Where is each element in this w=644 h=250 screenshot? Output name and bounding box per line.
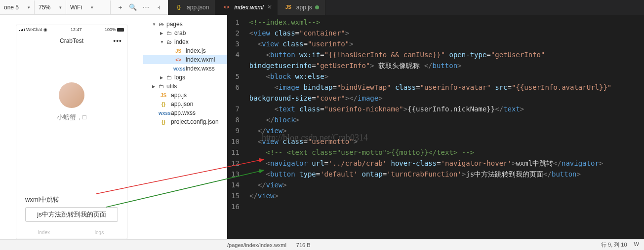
clock-label: 12:47 bbox=[71, 27, 82, 32]
tree-item-label: index.wxss bbox=[186, 65, 215, 72]
wxss-icon: wxss bbox=[159, 110, 168, 116]
status-size: 716 B bbox=[296, 242, 311, 248]
app-title-bar: CrabTest ••• bbox=[16, 34, 127, 48]
carrier-label: WeChat bbox=[26, 27, 42, 32]
tree-item-crab[interactable]: ▶🗀crab bbox=[143, 29, 227, 37]
tree-item-label: crab bbox=[174, 30, 186, 36]
tree-item-index-wxss[interactable]: wxssindex.wxss bbox=[143, 64, 227, 73]
tree-item-label: app.json bbox=[171, 101, 193, 107]
tree-item-label: app.js bbox=[171, 92, 187, 99]
tab-app-js[interactable]: JS app.js bbox=[278, 0, 325, 15]
toolbar: one 5▾ 75%▾ WiFi▾ ＋ 🔍 ⋯ ⫞ {} app.json <>… bbox=[0, 0, 644, 15]
code-content[interactable]: <!--index.wxml--> <view class="container… bbox=[245, 15, 615, 239]
status-bar: /pages/index/index.wxml 716 B 行 9, 列 10 … bbox=[0, 239, 644, 250]
phone-body: 小螃蟹，□ wxml中跳转 js中方法跳转到我的页面 bbox=[16, 48, 127, 226]
modified-dot-icon bbox=[315, 5, 319, 9]
file-toolbar: ＋ 🔍 ⋯ ⫞ bbox=[111, 1, 168, 14]
tab-index-wxml[interactable]: <> index.wxml ✕ bbox=[215, 0, 277, 15]
folder-icon: 🗀 bbox=[159, 83, 164, 89]
avatar[interactable] bbox=[59, 82, 84, 108]
js-navigate-button[interactable]: js中方法跳转到我的页面 bbox=[25, 207, 118, 222]
json-icon: {} bbox=[159, 119, 168, 125]
tab-label: app.json bbox=[187, 4, 209, 11]
code-editor[interactable]: 12345678910111213141516 <!--index.wxml--… bbox=[227, 15, 644, 239]
tree-item-app-wxss[interactable]: wxssapp.wxss bbox=[143, 108, 227, 117]
tree-item-project-config-json[interactable]: {}project.config.json bbox=[143, 117, 227, 126]
folder-pages[interactable]: ▼🗁pages bbox=[143, 20, 227, 29]
search-icon[interactable]: 🔍 bbox=[126, 1, 139, 14]
js-icon: JS bbox=[159, 93, 168, 98]
tab-label: app.js bbox=[296, 4, 312, 11]
tree-item-index-wxml[interactable]: <>index.wxml bbox=[143, 55, 227, 64]
tab-app-json[interactable]: {} app.json bbox=[168, 0, 215, 15]
nickname-label: 小螃蟹，□ bbox=[57, 113, 86, 122]
wxml-navigate-link[interactable]: wxml中跳转 bbox=[25, 195, 118, 204]
editor-tabs: {} app.json <> index.wxml ✕ JS app.js bbox=[168, 0, 644, 15]
tree-item-label: logs bbox=[174, 74, 185, 81]
tree-item-logs[interactable]: ▶🗀logs bbox=[143, 73, 227, 82]
tabbar-logs[interactable]: logs bbox=[72, 226, 127, 239]
json-icon: {} bbox=[174, 4, 184, 10]
js-icon: JS bbox=[173, 48, 183, 54]
tree-item-utils[interactable]: ▶🗀utils bbox=[143, 82, 227, 91]
folder-icon: 🗁 bbox=[166, 39, 172, 45]
tree-item-label: utils bbox=[166, 83, 177, 90]
close-icon[interactable]: ✕ bbox=[267, 4, 271, 10]
status-bar: WeChat ◉ 12:47 100% bbox=[16, 25, 127, 34]
phone-tabbar: index logs bbox=[16, 226, 127, 239]
tree-item-app-js[interactable]: JSapp.js bbox=[143, 91, 227, 100]
zoom-select[interactable]: 75%▾ bbox=[35, 0, 66, 14]
folder-icon: 🗀 bbox=[166, 30, 172, 36]
tree-item-app-json[interactable]: {}app.json bbox=[143, 100, 227, 108]
simulator-panel: WeChat ◉ 12:47 100% CrabTest ••• 小螃蟹，□ w… bbox=[0, 15, 143, 239]
tree-item-label: index.wxml bbox=[186, 56, 215, 63]
tab-label: index.wxml bbox=[234, 4, 263, 11]
more-icon[interactable]: ⋯ bbox=[139, 1, 152, 14]
battery-label: 100% bbox=[105, 27, 116, 32]
wxss-icon: wxss bbox=[173, 66, 183, 71]
wifi-icon: ◉ bbox=[43, 27, 47, 32]
wxml-icon: <> bbox=[221, 4, 231, 10]
network-select[interactable]: WiFi▾ bbox=[66, 0, 111, 14]
json-icon: {} bbox=[159, 102, 168, 107]
signal-icon bbox=[19, 29, 25, 31]
device-select[interactable]: one 5▾ bbox=[0, 0, 35, 14]
status-mode: W bbox=[634, 241, 639, 249]
menu-dots-icon[interactable]: ••• bbox=[113, 37, 122, 45]
tree-item-index-js[interactable]: JSindex.js bbox=[143, 46, 227, 55]
status-cursor: 行 9, 列 10 bbox=[601, 241, 627, 249]
chevron-down-icon: ▾ bbox=[59, 5, 62, 10]
wxml-icon: <> bbox=[173, 57, 183, 63]
chevron-down-icon: ▾ bbox=[28, 5, 30, 10]
tabbar-index[interactable]: index bbox=[16, 226, 72, 239]
file-explorer: ▼🗁pages ▶🗀crab▼🗁indexJSindex.js<>index.w… bbox=[143, 15, 227, 239]
status-path: /pages/index/index.wxml bbox=[227, 242, 286, 248]
tree-item-label: index.js bbox=[186, 47, 206, 54]
battery-icon bbox=[117, 28, 124, 32]
chevron-down-icon: ▾ bbox=[91, 5, 93, 10]
page-title: CrabTest bbox=[60, 37, 83, 44]
folder-icon: 🗀 bbox=[166, 74, 172, 80]
add-icon[interactable]: ＋ bbox=[114, 1, 126, 14]
folder-open-icon: 🗁 bbox=[159, 21, 164, 27]
tree-item-label: app.wxss bbox=[171, 109, 196, 116]
tree-item-label: index bbox=[174, 38, 189, 45]
line-gutter: 12345678910111213141516 bbox=[227, 15, 245, 239]
toggle-panel-icon[interactable]: ⫞ bbox=[152, 1, 165, 14]
phone-frame: WeChat ◉ 12:47 100% CrabTest ••• 小螃蟹，□ w… bbox=[16, 25, 127, 239]
tree-item-label: project.config.json bbox=[171, 118, 219, 125]
js-icon: JS bbox=[283, 4, 293, 10]
tree-item-index[interactable]: ▼🗁index bbox=[143, 37, 227, 46]
